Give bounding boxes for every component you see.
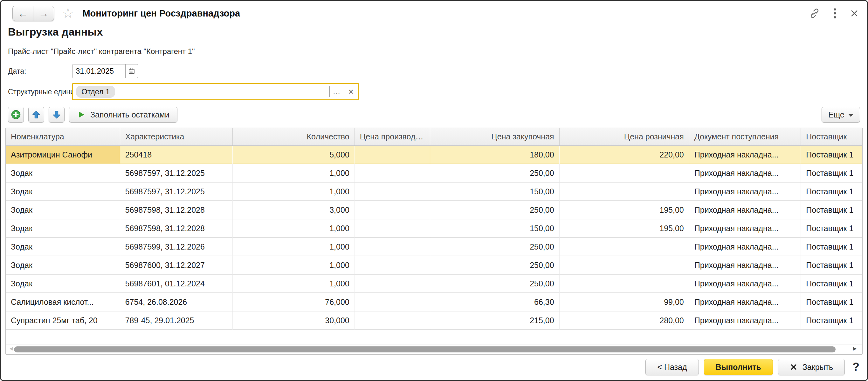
table-cell[interactable]: [560, 256, 689, 275]
table-cell[interactable]: Поставщик 1: [801, 146, 862, 164]
table-cell[interactable]: 56987598, 31.12.2028: [120, 219, 233, 238]
table-cell[interactable]: 250,00: [430, 201, 560, 219]
table-cell[interactable]: Зодак: [6, 219, 120, 238]
table-cell[interactable]: 76,000: [233, 293, 355, 311]
table-row[interactable]: Салициловая кислот...6754, 26.08.202676,…: [6, 293, 862, 311]
table-cell[interactable]: Приходная накладна...: [689, 311, 801, 330]
table-cell[interactable]: 150,00: [430, 182, 560, 201]
table-cell[interactable]: 3,000: [233, 201, 355, 219]
table-cell[interactable]: 1,000: [233, 219, 355, 238]
table-cell[interactable]: [355, 182, 430, 201]
table-row[interactable]: Зодак56987601, 01.12.20241,000250,00Прих…: [6, 275, 862, 293]
move-down-button[interactable]: [49, 107, 65, 123]
table-cell[interactable]: Поставщик 1: [801, 293, 862, 311]
table-cell[interactable]: 56987598, 31.12.2028: [120, 201, 233, 219]
table-cell[interactable]: [355, 164, 430, 182]
table-cell[interactable]: Поставщик 1: [801, 182, 862, 201]
table-cell[interactable]: Салициловая кислот...: [6, 293, 120, 311]
table-cell[interactable]: 56987597, 31.12.2025: [120, 164, 233, 182]
column-header[interactable]: Цена розничная: [560, 128, 689, 145]
table-row[interactable]: Зодак56987598, 31.12.20283,000250,00195,…: [6, 201, 862, 219]
table-cell[interactable]: Поставщик 1: [801, 201, 862, 219]
table-cell[interactable]: Поставщик 1: [801, 219, 862, 238]
table-cell[interactable]: 250,00: [430, 275, 560, 293]
table-row[interactable]: Зодак56987598, 31.12.20281,000150,00195,…: [6, 219, 862, 238]
table-cell[interactable]: 1,000: [233, 256, 355, 275]
column-header[interactable]: Цена производителя: [355, 128, 430, 145]
table-cell[interactable]: Приходная накладна...: [689, 201, 801, 219]
scroll-right-icon[interactable]: ►: [852, 345, 858, 352]
help-button[interactable]: ?: [852, 360, 860, 374]
table-cell[interactable]: Зодак: [6, 201, 120, 219]
table-cell[interactable]: 250,00: [430, 238, 560, 256]
table-row[interactable]: Зодак56987597, 31.12.20251,000250,00Прих…: [6, 164, 862, 182]
move-up-button[interactable]: [28, 107, 44, 123]
horizontal-scrollbar[interactable]: ◄ ►: [6, 345, 862, 354]
more-actions-button[interactable]: Еще: [822, 107, 860, 123]
table-cell[interactable]: Поставщик 1: [801, 238, 862, 256]
table-cell[interactable]: Зодак: [6, 238, 120, 256]
column-header[interactable]: Поставщик: [801, 128, 862, 145]
table-row[interactable]: Зодак56987599, 31.12.20261,000250,00Прих…: [6, 238, 862, 256]
table-cell[interactable]: 56987597, 31.12.2025: [120, 182, 233, 201]
table-cell[interactable]: Приходная накладна...: [689, 219, 801, 238]
forward-button[interactable]: →: [33, 6, 54, 21]
table-cell[interactable]: Приходная накладна...: [689, 146, 801, 164]
table-cell[interactable]: Зодак: [6, 164, 120, 182]
close-window-icon[interactable]: [850, 9, 859, 18]
table-cell[interactable]: Приходная накладна...: [689, 256, 801, 275]
table-cell[interactable]: [355, 201, 430, 219]
table-cell[interactable]: Приходная накладна...: [689, 182, 801, 201]
table-cell[interactable]: 56987600, 31.12.2027: [120, 256, 233, 275]
table-cell[interactable]: Зодак: [6, 256, 120, 275]
table-cell[interactable]: [560, 275, 689, 293]
table-cell[interactable]: [355, 238, 430, 256]
table-cell[interactable]: Зодак: [6, 275, 120, 293]
table-row[interactable]: Супрастин 25мг таб, 20789-45, 29.01.2025…: [6, 311, 862, 330]
units-field[interactable]: Отдел 1 ... ×: [72, 83, 359, 100]
table-cell[interactable]: 195,00: [560, 201, 689, 219]
table-row[interactable]: Зодак56987600, 31.12.20271,000250,00Прих…: [6, 256, 862, 275]
table-cell[interactable]: [355, 219, 430, 238]
table-cell[interactable]: 30,000: [233, 311, 355, 330]
table-cell[interactable]: [560, 238, 689, 256]
table-cell[interactable]: 56987601, 01.12.2024: [120, 275, 233, 293]
table-cell[interactable]: 1,000: [233, 164, 355, 182]
table-cell[interactable]: Супрастин 25мг таб, 20: [6, 311, 120, 330]
calendar-button[interactable]: [125, 64, 138, 78]
table-cell[interactable]: Поставщик 1: [801, 256, 862, 275]
table-cell[interactable]: [560, 164, 689, 182]
back-step-button[interactable]: < Назад: [645, 359, 699, 375]
column-header[interactable]: Характеристика: [120, 128, 233, 145]
fill-with-stock-button[interactable]: Заполнить остатками: [69, 107, 178, 123]
back-button[interactable]: ←: [13, 6, 33, 21]
table-cell[interactable]: 99,00: [560, 293, 689, 311]
table-row[interactable]: Зодак56987597, 31.12.20251,000150,00Прих…: [6, 182, 862, 201]
table-cell[interactable]: 789-45, 29.01.2025: [120, 311, 233, 330]
table-cell[interactable]: 1,000: [233, 275, 355, 293]
table-cell[interactable]: 180,00: [430, 146, 560, 164]
table-cell[interactable]: 215,00: [430, 311, 560, 330]
table-cell[interactable]: Приходная накладна...: [689, 238, 801, 256]
table-cell[interactable]: 250,00: [430, 256, 560, 275]
scrollbar-thumb[interactable]: [14, 346, 836, 352]
table-cell[interactable]: 220,00: [560, 146, 689, 164]
column-header[interactable]: Документ поступления: [689, 128, 801, 145]
table-cell[interactable]: 56987599, 31.12.2026: [120, 238, 233, 256]
table-cell[interactable]: Зодак: [6, 182, 120, 201]
table-cell[interactable]: [355, 293, 430, 311]
table-cell[interactable]: [355, 146, 430, 164]
table-cell[interactable]: Поставщик 1: [801, 311, 862, 330]
table-cell[interactable]: 1,000: [233, 238, 355, 256]
column-header[interactable]: Номенклатура: [6, 128, 120, 145]
table-cell[interactable]: [355, 311, 430, 330]
table-cell[interactable]: Азитромицин Санофи: [6, 146, 120, 164]
favorite-star-icon[interactable]: ☆: [62, 6, 74, 20]
table-cell[interactable]: 250418: [120, 146, 233, 164]
link-icon[interactable]: [809, 8, 820, 19]
table-cell[interactable]: 1,000: [233, 182, 355, 201]
table-cell[interactable]: 280,00: [560, 311, 689, 330]
more-menu-icon[interactable]: [833, 8, 837, 19]
table-cell[interactable]: Приходная накладна...: [689, 275, 801, 293]
table-cell[interactable]: Поставщик 1: [801, 275, 862, 293]
